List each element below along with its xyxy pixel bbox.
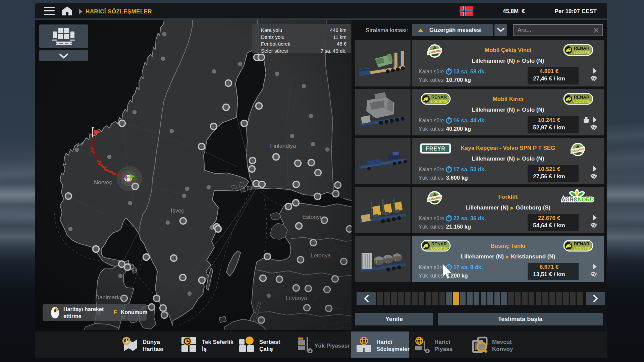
svg-text:LOGISTIK: LOGISTIK	[574, 51, 590, 55]
svg-text:LOGISTIK: LOGISTIK	[574, 100, 590, 104]
svg-text:FREYR: FREYR	[426, 146, 445, 152]
svg-text:RENAR: RENAR	[574, 95, 590, 100]
svg-text:RENAR: RENAR	[574, 46, 590, 51]
svg-text:RENAR: RENAR	[431, 95, 447, 100]
svg-text:AGRONORD: AGRONORD	[561, 197, 594, 202]
svg-text:RENAR: RENAR	[431, 241, 447, 246]
svg-text:RENAR: RENAR	[574, 241, 590, 246]
svg-text:LOGISTIK: LOGISTIK	[574, 246, 590, 250]
